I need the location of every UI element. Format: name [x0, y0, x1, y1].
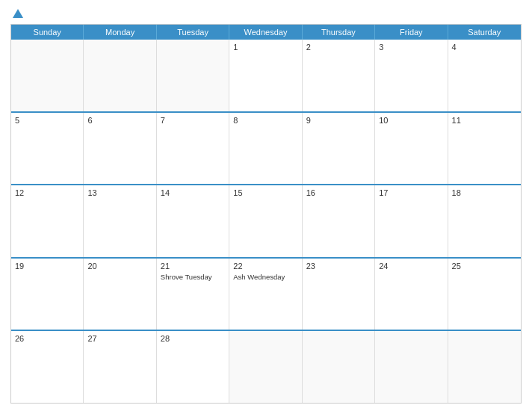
day-number: 13: [87, 188, 152, 198]
day-cell: 21Shrove Tuesday: [157, 259, 229, 330]
day-cell: [229, 331, 302, 403]
day-cell: [448, 331, 521, 403]
day-cell: 2: [303, 40, 375, 111]
day-cell: 19: [11, 259, 84, 330]
day-number: 12: [15, 188, 79, 198]
day-number: 6: [87, 116, 152, 126]
day-header-saturday: Saturday: [448, 25, 521, 40]
weeks-container: 123456789101112131415161718192021Shrove …: [11, 40, 521, 403]
day-number: 26: [15, 334, 79, 344]
calendar-grid: SundayMondayTuesdayWednesdayThursdayFrid…: [10, 24, 522, 404]
day-cell: 1: [229, 40, 302, 111]
day-number: 23: [306, 262, 371, 271]
day-number: 14: [161, 188, 225, 198]
day-header-monday: Monday: [84, 25, 156, 40]
day-number: 27: [87, 334, 152, 344]
day-number: 25: [452, 262, 517, 271]
week-row-2: 12131415161718: [11, 184, 521, 257]
day-header-wednesday: Wednesday: [229, 25, 302, 40]
day-header-tuesday: Tuesday: [157, 25, 229, 40]
day-cell: 7: [157, 113, 229, 185]
day-number: 21: [161, 262, 225, 271]
day-header-thursday: Thursday: [303, 25, 375, 40]
day-cell: 28: [157, 331, 229, 403]
day-number: 1: [233, 43, 297, 52]
logo-triangle-icon: [13, 9, 23, 18]
day-header-sunday: Sunday: [11, 25, 84, 40]
day-number: 11: [452, 116, 517, 126]
day-cell: 15: [229, 185, 302, 257]
day-number: 7: [161, 116, 225, 126]
week-row-0: 1234: [11, 40, 521, 111]
day-number: 10: [379, 116, 443, 126]
day-number: 15: [233, 188, 297, 198]
day-cell: [11, 40, 84, 111]
week-row-3: 192021Shrove Tuesday22Ash Wednesday23242…: [11, 257, 521, 330]
week-row-1: 567891011: [11, 111, 521, 185]
day-cell: 20: [84, 259, 156, 330]
day-cell: 13: [84, 185, 156, 257]
day-cell: 22Ash Wednesday: [229, 259, 302, 330]
week-row-4: 262728: [11, 330, 521, 403]
day-number: 3: [379, 43, 443, 52]
day-cell: [84, 40, 156, 111]
day-cell: 4: [448, 40, 521, 111]
day-cell: 26: [11, 331, 84, 403]
day-cell: 12: [11, 185, 84, 257]
day-cell: 3: [375, 40, 448, 111]
day-cell: 16: [303, 185, 375, 257]
day-cell: 8: [229, 113, 302, 185]
day-cell: 17: [375, 185, 448, 257]
day-cell: 27: [84, 331, 156, 403]
day-event: Shrove Tuesday: [161, 273, 225, 281]
day-number: 16: [306, 188, 371, 198]
day-cell: 11: [448, 113, 521, 185]
day-cell: 10: [375, 113, 448, 185]
day-cell: [303, 331, 375, 403]
day-event: Ash Wednesday: [233, 273, 297, 281]
day-number: 28: [161, 334, 225, 344]
day-number: 22: [233, 262, 297, 271]
day-number: 20: [87, 262, 152, 271]
calendar-page: SundayMondayTuesdayWednesdayThursdayFrid…: [0, 0, 532, 411]
day-number: 8: [233, 116, 297, 126]
day-header-friday: Friday: [375, 25, 448, 40]
day-number: 5: [15, 116, 79, 126]
day-number: 17: [379, 188, 443, 198]
day-cell: [375, 331, 448, 403]
day-cell: [157, 40, 229, 111]
day-number: 4: [452, 43, 517, 52]
day-number: 2: [306, 43, 371, 52]
header: [10, 9, 522, 18]
day-cell: 25: [448, 259, 521, 330]
day-number: 19: [15, 262, 79, 271]
day-number: 24: [379, 262, 443, 271]
day-cell: 24: [375, 259, 448, 330]
day-number: 9: [306, 116, 371, 126]
day-cell: 14: [157, 185, 229, 257]
day-number: 18: [452, 188, 517, 198]
day-headers-row: SundayMondayTuesdayWednesdayThursdayFrid…: [11, 25, 521, 40]
day-cell: 9: [303, 113, 375, 185]
day-cell: 5: [11, 113, 84, 185]
day-cell: 23: [303, 259, 375, 330]
day-cell: 6: [84, 113, 156, 185]
logo: [10, 9, 78, 18]
day-cell: 18: [448, 185, 521, 257]
